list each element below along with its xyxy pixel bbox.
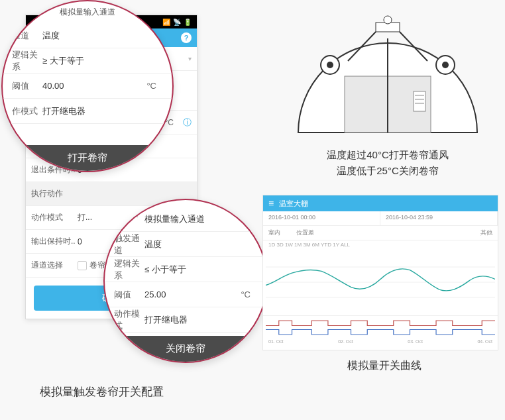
lens2-mode-label: 动作模式 (105, 308, 144, 332)
lens-caption-close: 关闭卷帘 (105, 336, 266, 362)
legend-item-temp: 室内 (268, 229, 280, 237)
lens2-logic-label: 逻辑关系 (105, 258, 144, 282)
lens2-row-chan: 触发通道 温度 (105, 232, 266, 257)
wifi-icon: 📡 (173, 19, 181, 26)
svg-rect-11 (414, 91, 425, 111)
lens-row-channel: 通道 温度 (3, 23, 172, 48)
lens-channel-value: 温度 (42, 30, 172, 42)
chart-x-axis: 01. Oct 02. Oct 03. Oct 04. Oct (263, 339, 498, 351)
svg-point-10 (442, 62, 449, 68)
xaxis-tick: 03. Oct (408, 339, 423, 351)
lens2-row-logic: 逻辑关系 ≤ 小于等于 (105, 257, 266, 282)
lens-logic-value: ≥ 大于等于 (42, 55, 172, 67)
lens2-chan-value: 温度 (144, 238, 266, 250)
magnifier-close-curtain: ...源类型 模拟量输入通道 触发通道 温度 逻辑关系 ≤ 小于等于 阈值 25… (103, 199, 268, 363)
chart-legend: 室内 位置差 其他 (263, 226, 498, 240)
mode-label: 动作模式 (26, 212, 78, 223)
lens2-src-value: 模拟量输入通道 (144, 213, 266, 225)
chart-line-area (263, 249, 498, 315)
lens2-thresh-label: 阈值 (105, 289, 144, 301)
lens2-row-thresh: 阈值 25.00 °C (105, 282, 266, 307)
greenhouse-caption: 温度超过40°C打开卷帘通风 温度低于25°C关闭卷帘 (285, 147, 490, 179)
date-to[interactable]: 2016-10-04 23:59 (380, 211, 498, 225)
date-from[interactable]: 2016-10-01 00:00 (263, 211, 380, 225)
xaxis-tick: 02. Oct (338, 339, 353, 351)
magnifier-open-curtain: 模拟量输入通道 通道 温度 逻辑关系 ≥ 大于等于 阈值 40.00 °C 作模… (1, 0, 174, 172)
zoom-controls[interactable]: 1D 3D 1W 1M 3M 6M YTD 1Y ALL (263, 240, 498, 249)
signal-icon: 📶 (162, 19, 170, 26)
chan-sel-label: 通道选择 (26, 260, 78, 271)
menu-icon[interactable]: ≡ (268, 198, 274, 209)
chart-caption: 模拟量开关曲线 (285, 359, 484, 373)
lens2-thresh-value: 25.00 (144, 289, 241, 299)
lens-mode-label: 作模式 (3, 105, 42, 117)
chart-title: 温室大棚 (279, 199, 308, 209)
checkbox-open[interactable] (78, 261, 87, 270)
gh-line2: 温度低于25°C关闭卷帘 (285, 163, 490, 179)
chart-date-range: 2016-10-01 00:00 2016-10-04 23:59 (263, 211, 498, 226)
lens2-mode-value: 打开继电器 (144, 314, 266, 326)
greenhouse-diagram (285, 13, 490, 140)
battery-icon: 🔋 (184, 19, 192, 26)
xaxis-tick: 01. Oct (268, 339, 284, 351)
chart-digital-area (263, 315, 498, 339)
info-icon[interactable]: ⓘ (178, 117, 197, 129)
lens-row-mode: 作模式 打开继电器 (3, 99, 172, 124)
svg-point-8 (327, 62, 333, 68)
lens-thresh-value: 40.00 (42, 81, 146, 91)
chart-panel: ≡ 温室大棚 2016-10-01 00:00 2016-10-04 23:59… (262, 195, 498, 350)
lens2-row-mode: 动作模式 打开继电器 (105, 307, 266, 333)
lens-mode-value: 打开继电器 (42, 105, 172, 117)
action-section-label: 执行动作 (26, 188, 63, 199)
legend-item-pos: 位置差 (296, 229, 314, 237)
gh-line1: 温度超过40°C打开卷帘通风 (285, 147, 490, 163)
svg-point-4 (384, 16, 392, 24)
main-caption: 模拟量触发卷帘开关配置 (40, 384, 164, 399)
outhold-label: 输出保持时.. (26, 236, 78, 247)
chart-header: ≡ 温室大棚 (263, 195, 498, 211)
lens-channel-label: 通道 (3, 30, 42, 42)
chevron-down-icon: ▾ (183, 55, 197, 62)
lens-thresh-unit: °C (146, 81, 172, 91)
lens-row-threshold: 阈值 40.00 °C (3, 74, 172, 99)
lens-thresh-label: 阈值 (3, 80, 42, 92)
xaxis-tick: 04. Oct (477, 339, 492, 351)
legend-btn[interactable]: 其他 (480, 229, 492, 237)
lens-row-logic: 逻辑关系 ≥ 大于等于 (3, 48, 172, 74)
help-icon[interactable]: ? (181, 32, 192, 43)
lens2-logic-value: ≤ 小于等于 (144, 264, 266, 276)
lens-logic-label: 逻辑关系 (3, 49, 42, 73)
